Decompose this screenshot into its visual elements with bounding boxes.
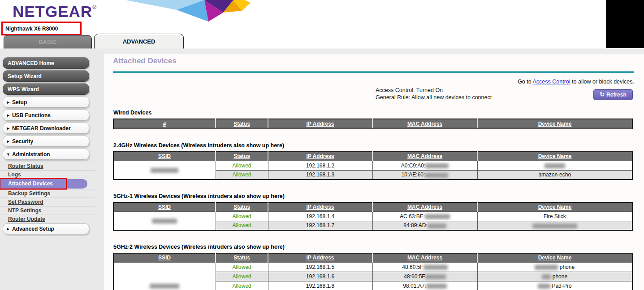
- column-header-[interactable]: #: [113, 119, 216, 128]
- column-header-status[interactable]: Status: [216, 119, 268, 128]
- redacted-blur: [152, 219, 177, 224]
- column-header-ssid[interactable]: SSID: [113, 253, 216, 262]
- sidebar-link-label: Set Password: [8, 199, 43, 205]
- column-header-label: Device Name: [538, 153, 572, 159]
- table-section-2-4ghz: 2.4GHz Wireless Devices (Wireless intrud…: [113, 142, 634, 180]
- column-header-status[interactable]: Status: [216, 202, 268, 211]
- access-line-pre: Go to: [518, 79, 532, 85]
- sidebar-item-label: USB Functions: [12, 112, 51, 119]
- table-section-title: 5GHz-1 Wireless Devices (Wireless intrud…: [113, 193, 634, 199]
- main-content: Attached Devices Go to Access Control to…: [104, 54, 644, 290]
- column-header-ip-address[interactable]: IP Address: [268, 253, 372, 262]
- column-header-label: IP Address: [306, 255, 334, 261]
- table-section-title: Wired Devices: [113, 110, 634, 116]
- column-header-ip-address[interactable]: IP Address: [268, 202, 372, 211]
- column-header-label: MAC Address: [407, 255, 442, 261]
- mac-address-cell: AC:63:BE:: [372, 211, 477, 221]
- redacted-blur: [151, 168, 178, 173]
- access-control-link[interactable]: Access Control: [533, 79, 571, 85]
- table-row: Allowed192.168.1.2A0:C9:A0:: [113, 161, 632, 170]
- column-header-label: #: [163, 121, 166, 127]
- tables-area: Wired Devices#StatusIP AddressMAC Addres…: [113, 110, 634, 290]
- sidebar-item-backup-settings[interactable]: Backup Settings: [0, 189, 95, 198]
- column-header-device-name[interactable]: Device Name: [477, 152, 632, 161]
- column-header-ip-address[interactable]: IP Address: [268, 119, 372, 128]
- redacted-black-box: [606, 0, 644, 48]
- column-header-ssid[interactable]: SSID: [113, 152, 216, 161]
- sidebar-item-advanced-setup[interactable]: ►Advanced Setup: [3, 223, 89, 234]
- access-status-line2: General Rule: Allow all new devices to c…: [376, 94, 492, 101]
- sidebar-item-setup-wizard[interactable]: Setup Wizard: [3, 70, 89, 82]
- column-header-label: Device Name: [538, 255, 572, 261]
- column-header-mac-address[interactable]: MAC Address: [372, 152, 477, 161]
- column-header-label: SSID: [158, 255, 171, 261]
- column-header-device-name[interactable]: Device Name: [477, 119, 632, 128]
- column-header-label: Status: [233, 121, 250, 127]
- redacted-blur: [535, 265, 558, 270]
- column-header-label: Status: [233, 255, 250, 261]
- sidebar-link-label: Router Status: [8, 163, 43, 169]
- column-header-label: MAC Address: [407, 153, 442, 159]
- sidebar-link-label: Logs: [8, 171, 21, 178]
- mac-address-cell: 48:60:5F: [372, 272, 477, 281]
- column-header-status[interactable]: Status: [216, 253, 268, 262]
- sidebar-item-setup[interactable]: ►Setup: [3, 97, 89, 108]
- column-header-label: Device Name: [538, 121, 572, 127]
- devices-table: #StatusIP AddressMAC AddressDevice Name: [113, 119, 633, 129]
- redacted-blur: [532, 224, 577, 228]
- chevron-right-icon: ►: [6, 139, 10, 144]
- column-header-mac-address[interactable]: MAC Address: [372, 253, 477, 262]
- sidebar-item-attached-devices[interactable]: Attached Devices: [0, 179, 87, 189]
- status-cell: Allowed: [216, 272, 268, 281]
- column-header-device-name[interactable]: Device Name: [477, 202, 632, 211]
- column-header-mac-address[interactable]: MAC Address: [372, 202, 477, 211]
- sidebar-item-netgear-downloader[interactable]: ►NETGEAR Downloader: [3, 123, 89, 134]
- sidebar-item-router-status[interactable]: Router Status: [0, 162, 95, 170]
- ip-address-cell: 192.168.1.6: [268, 272, 372, 281]
- column-header-label: IP Address: [306, 204, 334, 210]
- sidebar-item-logs[interactable]: Logs: [0, 170, 95, 179]
- device-name-cell: phone: [477, 262, 632, 272]
- tab-basic[interactable]: BASIC: [4, 35, 92, 48]
- refresh-button[interactable]: ↻Refresh: [593, 89, 633, 100]
- sidebar-item-router-update[interactable]: Router Update: [0, 215, 95, 223]
- column-header-mac-address[interactable]: MAC Address: [372, 119, 477, 128]
- sidebar-item-administration[interactable]: ▼Administration: [3, 149, 89, 160]
- table-section-wired: Wired Devices#StatusIP AddressMAC Addres…: [113, 110, 634, 129]
- sidebar-item-security[interactable]: ►Security: [3, 136, 89, 147]
- netgear-logo: NETGEAR®: [13, 3, 97, 21]
- column-header-ssid[interactable]: SSID: [113, 202, 216, 211]
- status-cell: Allowed: [216, 211, 268, 221]
- control-row: Access Control: Turned On General Rule: …: [113, 86, 634, 106]
- model-label: Nighthawk X6 R8000: [5, 26, 58, 32]
- sidebar: ADVANCED HomeSetup WizardWPS Wizard►Setu…: [0, 48, 104, 290]
- netgear-logo-text: NETGEAR: [13, 3, 92, 20]
- redacted-blur: [538, 284, 550, 289]
- refresh-icon: ↻: [600, 91, 605, 98]
- content-top-strip: [104, 48, 644, 54]
- sidebar-item-ntp-settings[interactable]: NTP Settings: [0, 206, 95, 215]
- column-header-label: Device Name: [538, 204, 572, 210]
- column-header-device-name[interactable]: Device Name: [477, 253, 632, 262]
- column-header-label: Status: [233, 153, 250, 159]
- column-header-label: IP Address: [306, 121, 334, 127]
- device-name-cell: Fire Stick: [477, 211, 632, 221]
- sidebar-item-wps-wizard[interactable]: WPS Wizard: [3, 83, 89, 95]
- mac-address-cell: 98:01:A7:: [372, 281, 477, 290]
- redacted-blur: [425, 173, 448, 178]
- table-section-title: 2.4GHz Wireless Devices (Wireless intrud…: [113, 142, 634, 149]
- table-section-5ghz-1: 5GHz-1 Wireless Devices (Wireless intrud…: [113, 193, 634, 231]
- devices-table: SSIDStatusIP AddressMAC AddressDevice Na…: [113, 151, 633, 180]
- table-row: Allowed192.168.1.4AC:63:BE:Fire Stick: [113, 211, 632, 221]
- tab-advanced[interactable]: ADVANCED: [94, 34, 184, 48]
- sidebar-item-set-password[interactable]: Set Password: [0, 198, 95, 206]
- column-header-label: Status: [233, 204, 250, 210]
- mac-address-cell: 84:89:AD:: [372, 221, 477, 230]
- column-header-status[interactable]: Status: [216, 152, 268, 161]
- sidebar-item-usb-functions[interactable]: ►USB Functions: [3, 110, 89, 121]
- title-divider: [113, 71, 634, 73]
- redacted-blur: [424, 265, 448, 270]
- column-header-ip-address[interactable]: IP Address: [268, 152, 372, 161]
- sidebar-item-advanced-home[interactable]: ADVANCED Home: [3, 57, 89, 69]
- column-header-label: IP Address: [306, 153, 334, 159]
